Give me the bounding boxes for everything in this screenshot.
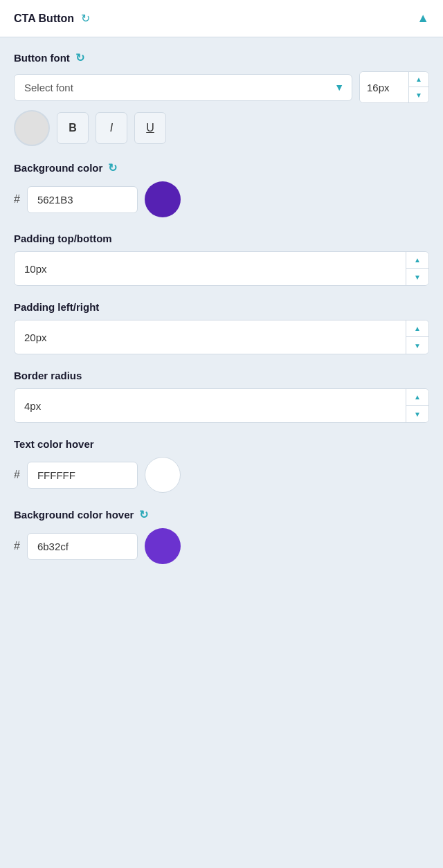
padding-left-right-section: Padding left/right ▲ ▼ [14,301,429,354]
panel-header: CTA Button ↻ ▲ [0,0,443,37]
font-size-spinners: ▲ ▼ [408,72,428,102]
padding-top-bottom-increment-button[interactable]: ▲ [406,252,428,269]
font-size-input-wrapper: ▲ ▼ [359,71,429,103]
background-color-hover-input[interactable] [27,533,138,560]
font-size-input[interactable] [360,72,408,102]
font-size-increment-button[interactable]: ▲ [409,72,428,87]
background-color-hover-hash: # [14,540,20,552]
border-radius-decrement-button[interactable]: ▼ [406,406,428,422]
background-color-hover-refresh-icon[interactable]: ↻ [139,508,148,521]
border-radius-label: Border radius [14,370,429,381]
font-select-dropdown[interactable]: Select font [14,74,352,101]
background-color-hash: # [14,193,20,206]
italic-button[interactable]: I [96,112,127,144]
underline-button[interactable]: U [134,112,166,144]
border-radius-section: Border radius ▲ ▼ [14,370,429,423]
font-size-decrement-button[interactable]: ▼ [409,87,428,102]
padding-left-right-decrement-button[interactable]: ▼ [406,337,428,354]
background-color-refresh-icon[interactable]: ↻ [108,161,117,174]
padding-top-bottom-spinners: ▲ ▼ [406,252,428,285]
background-color-row: # [14,181,429,217]
header-refresh-icon[interactable]: ↻ [81,12,90,25]
button-font-label: Button font ↻ [14,51,429,64]
padding-top-bottom-decrement-button[interactable]: ▼ [406,269,428,285]
background-color-hover-label: Background color hover ↻ [14,508,429,521]
button-font-section: Button font ↻ Select font ▼ ▲ ▼ [14,51,429,146]
text-color-hover-hash: # [14,469,20,481]
panel-title: CTA Button [14,12,74,25]
padding-left-right-input[interactable] [15,320,406,354]
border-radius-spinners: ▲ ▼ [406,389,428,422]
text-color-hover-input[interactable] [27,462,138,489]
background-color-section: Background color ↻ # [14,161,429,217]
padding-left-right-wrapper: ▲ ▼ [14,320,429,354]
border-radius-input[interactable] [15,389,406,422]
padding-top-bottom-wrapper: ▲ ▼ [14,251,429,286]
font-row: Select font ▼ ▲ ▼ [14,71,429,103]
padding-top-bottom-label: Padding top/bottom [14,233,429,244]
bold-button[interactable]: B [57,112,89,144]
font-select-wrapper: Select font ▼ [14,74,352,101]
padding-left-right-spinners: ▲ ▼ [406,320,428,354]
font-color-picker[interactable] [14,110,50,146]
text-color-hover-row: # [14,457,429,493]
panel-content: Button font ↻ Select font ▼ ▲ ▼ [0,37,443,578]
panel-header-left: CTA Button ↻ [14,12,90,25]
border-radius-increment-button[interactable]: ▲ [406,389,428,406]
border-radius-wrapper: ▲ ▼ [14,388,429,423]
panel-collapse-icon[interactable]: ▲ [417,11,429,26]
padding-left-right-increment-button[interactable]: ▲ [406,320,428,337]
background-color-swatch[interactable] [145,181,181,217]
background-color-label: Background color ↻ [14,161,429,174]
background-color-hover-section: Background color hover ↻ # [14,508,429,564]
background-color-input[interactable] [27,186,138,213]
background-color-hover-row: # [14,528,429,564]
padding-left-right-label: Padding left/right [14,301,429,313]
button-font-refresh-icon[interactable]: ↻ [75,51,84,64]
padding-top-bottom-section: Padding top/bottom ▲ ▼ [14,233,429,286]
padding-top-bottom-input[interactable] [15,252,406,285]
font-style-row: B I U [14,110,429,146]
text-color-hover-swatch[interactable] [145,457,181,493]
cta-button-panel: CTA Button ↻ ▲ Button font ↻ Select font… [0,0,443,578]
background-color-hover-swatch[interactable] [145,528,181,564]
text-color-hover-label: Text color hover [14,438,429,450]
text-color-hover-section: Text color hover # [14,438,429,493]
